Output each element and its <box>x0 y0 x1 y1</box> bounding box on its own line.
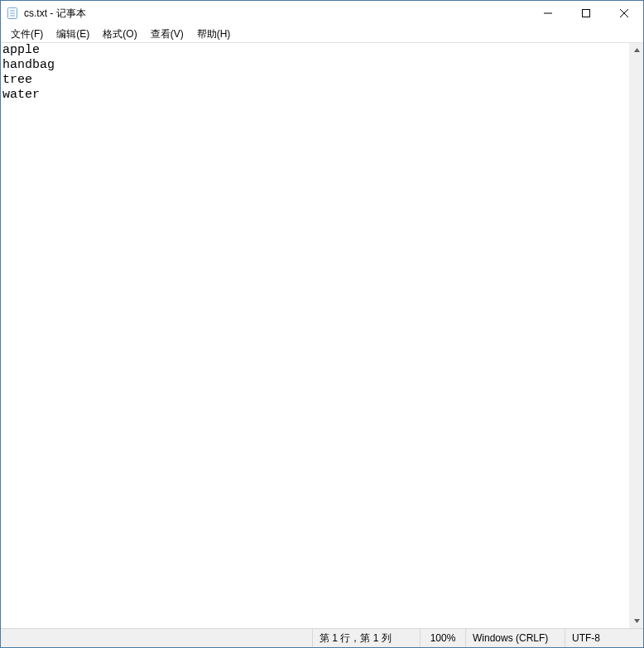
minimize-button[interactable] <box>529 1 567 26</box>
vertical-scrollbar[interactable] <box>629 43 643 628</box>
maximize-button[interactable] <box>567 1 605 26</box>
svg-marker-8 <box>634 48 640 52</box>
close-button[interactable] <box>605 1 643 26</box>
titlebar[interactable]: cs.txt - 记事本 <box>1 1 643 26</box>
svg-marker-9 <box>634 619 640 623</box>
statusbar-spacer <box>1 629 312 647</box>
menu-edit[interactable]: 编辑(E) <box>50 26 96 43</box>
status-line-ending: Windows (CRLF) <box>465 629 565 647</box>
scroll-up-arrow-icon[interactable] <box>630 43 643 57</box>
editor-area <box>1 43 643 628</box>
statusbar: 第 1 行，第 1 列 100% Windows (CRLF) UTF-8 <box>1 628 643 647</box>
menu-format[interactable]: 格式(O) <box>96 26 143 43</box>
menu-file[interactable]: 文件(F) <box>4 26 50 43</box>
window-title: cs.txt - 记事本 <box>24 7 86 21</box>
scroll-down-arrow-icon[interactable] <box>630 614 643 628</box>
svg-rect-5 <box>583 10 590 17</box>
status-zoom: 100% <box>420 629 465 647</box>
menubar: 文件(F) 编辑(E) 格式(O) 查看(V) 帮助(H) <box>1 26 643 43</box>
status-cursor-position: 第 1 行，第 1 列 <box>312 629 420 647</box>
notepad-icon <box>6 7 19 20</box>
window-frame: cs.txt - 记事本 文件(F) 编辑(E) 格式(O) 查看(V) 帮助(… <box>0 0 644 648</box>
menu-view[interactable]: 查看(V) <box>144 26 190 43</box>
menu-help[interactable]: 帮助(H) <box>190 26 238 43</box>
text-editor[interactable] <box>1 43 629 628</box>
status-encoding: UTF-8 <box>565 629 643 647</box>
